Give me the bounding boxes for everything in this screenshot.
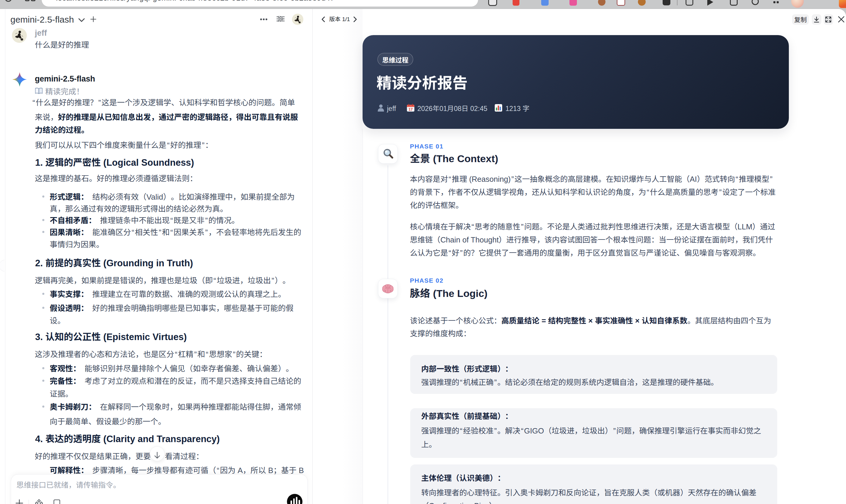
svg-text:17: 17 xyxy=(409,107,413,112)
